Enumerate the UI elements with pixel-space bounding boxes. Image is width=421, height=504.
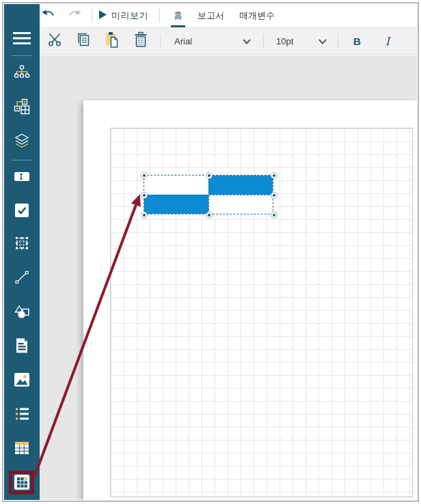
menu-icon [13, 31, 31, 48]
resize-handle-se[interactable] [271, 212, 277, 218]
resize-handle-sw[interactable] [141, 212, 147, 218]
toolbar-separator [338, 34, 338, 48]
sidebar-item-image[interactable] [4, 370, 40, 392]
table-cell[interactable] [144, 176, 208, 195]
rich-text-icon [14, 337, 29, 356]
copy-button[interactable] [74, 31, 93, 51]
checkbox-icon [14, 202, 30, 221]
text-input-icon [13, 168, 31, 187]
bold-button[interactable]: B [348, 33, 366, 50]
font-size-value: 10pt [276, 36, 293, 46]
sidebar-item-rich-text[interactable] [4, 336, 40, 358]
preview-button[interactable]: 미리보기 [99, 10, 148, 22]
sidebar-item-shapes[interactable] [4, 302, 40, 324]
report-page[interactable] [83, 100, 417, 500]
grid-selection-icon [14, 235, 30, 254]
line-icon [14, 269, 30, 288]
tab-bar: 미리보기 홈 보고서 매개변수 [40, 4, 417, 27]
table-cell[interactable] [208, 176, 273, 195]
sidebar-item-table[interactable] [4, 438, 40, 460]
redo-icon [68, 10, 81, 22]
table-cell[interactable] [144, 195, 208, 214]
resize-handle-s[interactable] [206, 212, 212, 218]
chevron-down-icon [318, 35, 327, 47]
resize-handle-nw[interactable] [141, 173, 147, 178]
toolbar-separator [159, 9, 160, 23]
tool-sidebar [4, 4, 40, 500]
resize-handle-e[interactable] [271, 193, 277, 198]
toolbar-separator [160, 34, 161, 48]
table-row-divider [144, 195, 273, 195]
toolbar-separator [92, 9, 92, 23]
design-canvas[interactable] [40, 55, 417, 500]
resize-handle-ne[interactable] [271, 173, 277, 178]
delete-icon [133, 31, 148, 51]
italic-button[interactable]: I [380, 32, 395, 51]
undo-button[interactable] [41, 8, 56, 23]
shapes-icon [13, 303, 31, 322]
font-family-value: Arial [174, 36, 192, 46]
cut-button[interactable] [45, 31, 64, 51]
menu-button[interactable] [4, 29, 40, 51]
font-size-select[interactable]: 10pt [271, 35, 331, 47]
sidebar-item-list[interactable] [4, 404, 40, 426]
tab-parameters[interactable]: 매개변수 [236, 4, 277, 27]
sidebar-divider [12, 55, 32, 56]
tab-home[interactable]: 홈 [171, 4, 185, 27]
sidebar-item-matrix[interactable] [4, 473, 40, 494]
cut-icon [46, 31, 63, 51]
font-family-select[interactable]: Arial [169, 35, 256, 47]
hierarchy-icon [13, 64, 31, 83]
matrix-icon [13, 473, 31, 494]
sidebar-divider [12, 160, 32, 160]
sidebar-item-layers[interactable] [4, 131, 40, 153]
sidebar-item-components[interactable] [4, 97, 40, 119]
play-icon [99, 10, 107, 21]
sidebar-item-checkbox[interactable] [4, 201, 40, 223]
table-cell[interactable] [208, 195, 273, 214]
sidebar-item-hierarchy[interactable] [4, 63, 40, 85]
tab-report[interactable]: 보고서 [195, 4, 227, 27]
components-icon [13, 98, 31, 118]
copy-icon [75, 31, 92, 51]
table-icon [14, 440, 30, 458]
selected-table-element[interactable] [144, 175, 273, 214]
resize-handle-n[interactable] [206, 173, 212, 178]
paste-button[interactable] [103, 31, 122, 51]
chevron-down-icon [243, 35, 251, 47]
list-icon [14, 406, 30, 424]
redo-button[interactable] [67, 8, 82, 23]
format-toolbar: Arial 10pt B I [40, 27, 417, 55]
report-designer-app: 미리보기 홈 보고서 매개변수 [4, 4, 417, 500]
paste-icon [104, 31, 120, 51]
main-area: 미리보기 홈 보고서 매개변수 [40, 4, 417, 500]
resize-handle-w[interactable] [141, 193, 147, 198]
sidebar-item-text-input[interactable] [4, 167, 40, 188]
sidebar-item-line[interactable] [4, 268, 40, 290]
preview-label: 미리보기 [111, 10, 148, 22]
sidebar-item-grid-selection[interactable] [4, 234, 40, 255]
undo-icon [42, 10, 55, 22]
image-icon [13, 372, 31, 391]
delete-button[interactable] [131, 31, 150, 51]
window-frame: 미리보기 홈 보고서 매개변수 [2, 2, 419, 502]
layers-icon [13, 132, 31, 152]
toolbar-separator [263, 34, 264, 48]
